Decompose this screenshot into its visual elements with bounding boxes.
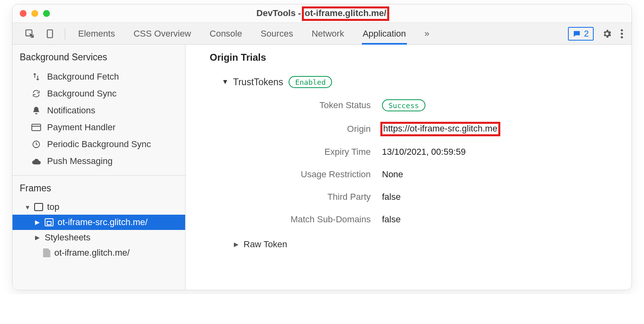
frame-label: Stylesheets — [45, 232, 91, 243]
maximize-window-button[interactable] — [43, 10, 50, 17]
label-third-party: Third Party — [246, 192, 371, 202]
issues-badge[interactable]: 2 — [568, 27, 594, 41]
sidebar-item-periodic-sync[interactable]: Periodic Background Sync — [12, 136, 185, 153]
status-badge-success: Success — [382, 99, 425, 111]
label-expiry-time: Expiry Time — [246, 147, 371, 157]
tabs-overflow[interactable]: » — [424, 23, 430, 45]
toolbar-separator — [65, 28, 65, 39]
bg-services-heading: Background Services — [12, 45, 185, 68]
status-badge-enabled: Enabled — [289, 76, 332, 88]
sidebar-item-background-sync[interactable]: Background Sync — [12, 85, 185, 102]
inspect-element-icon[interactable] — [25, 29, 35, 39]
disclosure-triangle-icon[interactable]: ▶ — [35, 219, 41, 226]
raw-token-label: Raw Token — [244, 239, 287, 250]
cloud-icon — [31, 158, 41, 165]
svg-rect-5 — [32, 124, 41, 131]
tabs: Elements CSS Overview Console Sources Ne… — [77, 23, 568, 45]
frame-label: ot-iframe-src.glitch.me/ — [58, 217, 148, 228]
value-token-status: Success — [382, 99, 619, 111]
page-title: Origin Trials — [210, 52, 619, 63]
sidebar-item-label: Notifications — [47, 105, 95, 116]
tab-css-overview[interactable]: CSS Overview — [133, 23, 192, 45]
document-icon — [43, 248, 50, 257]
kebab-menu-icon[interactable] — [620, 29, 623, 39]
value-third-party: false — [382, 192, 619, 202]
tab-application[interactable]: Application — [362, 23, 407, 45]
frame-top[interactable]: ▼ top — [12, 199, 185, 215]
sync-icon — [31, 89, 41, 98]
sidebar-item-label: Background Sync — [47, 88, 116, 99]
value-expiry-time: 13/10/2021, 00:59:59 — [382, 147, 619, 157]
sidebar-item-label: Push Messaging — [47, 156, 113, 166]
application-sidebar: Background Services Background Fetch Bac… — [12, 45, 186, 290]
trial-row-trusttokens[interactable]: ▼ TrustTokens Enabled — [222, 76, 619, 88]
titlebar: DevTools - ot-iframe.glitch.me/ — [12, 4, 632, 23]
svg-rect-1 — [47, 30, 53, 38]
label-token-status: Token Status — [246, 100, 371, 111]
disclosure-triangle-icon[interactable]: ▼ — [25, 204, 30, 211]
devtools-toolbar: Elements CSS Overview Console Sources Ne… — [12, 23, 632, 45]
svg-point-4 — [621, 36, 623, 38]
frame-ot-iframe-src[interactable]: ▶ ot-iframe-src.glitch.me/ — [12, 215, 185, 230]
panel-body: Background Services Background Fetch Bac… — [12, 45, 632, 290]
trial-name: TrustTokens — [233, 77, 283, 88]
minimize-window-button[interactable] — [31, 10, 38, 17]
device-toolbar-icon[interactable] — [45, 29, 55, 39]
value-match-subdomains: false — [382, 214, 619, 225]
frame-icon — [34, 203, 43, 211]
main-content: Origin Trials ▼ TrustTokens Enabled Toke… — [186, 45, 632, 290]
clock-icon — [31, 140, 41, 149]
settings-icon[interactable] — [602, 29, 612, 39]
title-prefix: DevTools - — [256, 8, 303, 18]
label-match-subdomains: Match Sub-Domains — [246, 214, 371, 225]
trial-details-grid: Token Status Success Origin https://ot-i… — [246, 99, 619, 225]
frame-label: ot-iframe.glitch.me/ — [54, 248, 130, 258]
embedded-frame-icon — [45, 218, 54, 226]
label-origin: Origin — [246, 124, 371, 134]
svg-point-2 — [621, 29, 623, 31]
value-origin: https://ot-iframe-src.glitch.me — [382, 123, 619, 135]
frame-file-ot-iframe[interactable]: ot-iframe.glitch.me/ — [12, 245, 185, 260]
tab-sources[interactable]: Sources — [260, 23, 294, 45]
bg-services-list: Background Fetch Background Sync Notific… — [12, 68, 185, 170]
sidebar-item-label: Background Fetch — [47, 72, 119, 82]
issues-count: 2 — [584, 29, 589, 39]
sidebar-item-label: Payment Handler — [47, 122, 116, 133]
card-icon — [31, 123, 41, 131]
sidebar-item-notifications[interactable]: Notifications — [12, 102, 185, 119]
tab-console[interactable]: Console — [209, 23, 243, 45]
frame-label: top — [47, 202, 60, 212]
devtools-window: DevTools - ot-iframe.glitch.me/ Elements… — [12, 4, 632, 290]
tab-network[interactable]: Network — [311, 23, 345, 45]
disclosure-triangle-icon[interactable]: ▶ — [35, 234, 41, 241]
origin-value-highlight: https://ot-iframe-src.glitch.me — [382, 123, 499, 135]
disclosure-triangle-icon[interactable]: ▼ — [222, 78, 227, 86]
disclosure-triangle-icon[interactable]: ▶ — [234, 241, 239, 248]
sidebar-item-push-messaging[interactable]: Push Messaging — [12, 153, 185, 170]
window-title: DevTools - ot-iframe.glitch.me/ — [12, 8, 632, 19]
frames-heading: Frames — [12, 176, 185, 199]
bell-icon — [31, 106, 41, 115]
close-window-button[interactable] — [20, 10, 27, 17]
sidebar-item-background-fetch[interactable]: Background Fetch — [12, 68, 185, 85]
sidebar-item-label: Periodic Background Sync — [47, 139, 151, 150]
value-usage-restriction: None — [382, 169, 619, 180]
tab-elements[interactable]: Elements — [77, 23, 116, 45]
title-url-highlight: ot-iframe.glitch.me/ — [303, 8, 388, 19]
issues-icon — [573, 30, 581, 37]
sidebar-item-payment-handler[interactable]: Payment Handler — [12, 119, 185, 136]
traffic-lights — [20, 10, 50, 17]
label-usage-restriction: Usage Restriction — [246, 169, 371, 180]
raw-token-row[interactable]: ▶ Raw Token — [234, 239, 619, 250]
frame-stylesheets[interactable]: ▶ Stylesheets — [12, 230, 185, 245]
svg-point-3 — [621, 33, 623, 35]
updown-icon — [31, 72, 41, 81]
